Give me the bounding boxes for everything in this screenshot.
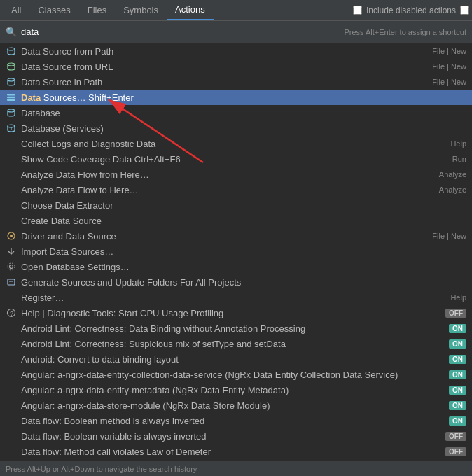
- item-label: Register…: [21, 293, 445, 303]
- result-item[interactable]: Data Sources… Shift+Enter: [0, 90, 472, 105]
- result-item[interactable]: Data Source from URLFile | New: [0, 59, 472, 74]
- result-item[interactable]: Generate Sources and Update Folders For …: [0, 274, 472, 290]
- item-label: Create Data Source: [21, 216, 466, 226]
- item-icon: [6, 230, 17, 241]
- item-icon: [6, 400, 17, 411]
- result-item[interactable]: Analyze Data Flow from Here…Analyze: [0, 167, 472, 182]
- item-icon: [6, 92, 17, 103]
- result-item[interactable]: Angular: a-ngrx-data-store-module (NgRx …: [0, 398, 472, 413]
- item-label: Collect Logs and Diagnostic Data: [21, 139, 445, 149]
- item-meta: Run: [452, 155, 466, 163]
- item-icon: [6, 184, 17, 195]
- main-container: All Classes Files Symbols Actions Includ…: [0, 0, 472, 461]
- svg-text:?: ?: [10, 310, 13, 317]
- item-label: Import Data Sources…: [21, 246, 466, 257]
- result-item[interactable]: Database (Services): [0, 120, 472, 136]
- result-item[interactable]: Data flow: Method call violates Law of D…: [0, 444, 472, 459]
- result-item[interactable]: Data flow: Boolean method is always inve…: [0, 413, 472, 428]
- item-label: Android: Convert to data binding layout: [21, 354, 445, 365]
- search-hint: Press Alt+Enter to assign a shortcut: [344, 28, 466, 36]
- item-label: Analyze Data Flow to Here…: [21, 185, 433, 195]
- result-item[interactable]: Data Source from PathFile | New: [0, 43, 472, 59]
- toggle-badge: ON: [449, 370, 466, 379]
- svg-point-2: [8, 78, 15, 81]
- item-label: Angular: a-ngrx-data-store-module (NgRx …: [21, 400, 445, 411]
- toggle-badge: ON: [449, 355, 466, 364]
- result-item[interactable]: Show Code Coverage Data Ctrl+Alt+F6Run: [0, 151, 472, 167]
- toggle-badge: ON: [449, 401, 466, 410]
- result-item[interactable]: Driver and Data SourceFile | New: [0, 228, 472, 244]
- item-icon: [6, 292, 17, 303]
- include-disabled-label: Include disabled actions: [366, 6, 456, 15]
- item-icon: [6, 169, 17, 180]
- item-icon: [6, 153, 17, 164]
- svg-point-0: [8, 48, 15, 50]
- item-icon: [6, 415, 17, 426]
- toggle-badge: ON: [449, 416, 466, 426]
- item-meta: File | New: [432, 62, 466, 71]
- item-label: Data Source from URL: [21, 62, 426, 72]
- result-item[interactable]: Open Database Settings…: [0, 259, 472, 274]
- tab-actions[interactable]: Actions: [167, 0, 214, 20]
- result-item[interactable]: Android Lint: Correctness: Data Binding …: [0, 321, 472, 336]
- item-icon: [6, 246, 17, 257]
- item-meta: Help: [450, 139, 466, 148]
- result-item[interactable]: Android Lint: Correctness: Suspicious mi…: [0, 336, 472, 351]
- item-label: Help | Diagnostic Tools: Start CPU Usage…: [21, 308, 441, 318]
- item-icon: [6, 338, 17, 349]
- toggle-badge: ON: [449, 340, 466, 349]
- item-meta: File | New: [432, 232, 466, 240]
- svg-point-1: [8, 63, 15, 66]
- tab-all[interactable]: All: [3, 0, 29, 20]
- svg-point-10: [10, 234, 13, 237]
- item-label: Data flow: Boolean method is always inve…: [21, 416, 445, 426]
- toggle-badge: OFF: [445, 309, 466, 318]
- result-item[interactable]: Import Data Sources…: [0, 244, 472, 259]
- include-disabled-checkbox[interactable]: [353, 6, 362, 15]
- result-item[interactable]: Create Data Source: [0, 213, 472, 228]
- status-text: Press Alt+Up or Alt+Down to navigate the…: [6, 465, 197, 473]
- search-input[interactable]: [21, 27, 340, 37]
- item-label: Database (Services): [21, 123, 466, 134]
- item-label: Database: [21, 108, 466, 118]
- item-label: Show Code Coverage Data Ctrl+Alt+F6: [21, 154, 447, 164]
- item-label: Driver and Data Source: [21, 231, 426, 241]
- results-list[interactable]: Data Source from PathFile | NewData Sour…: [0, 43, 472, 461]
- tab-classes[interactable]: Classes: [29, 0, 78, 20]
- result-item[interactable]: Android: Convert to data binding layoutO…: [0, 351, 472, 367]
- result-item[interactable]: Data Source in PathFile | New: [0, 74, 472, 90]
- result-item[interactable]: Choose Data Extractor: [0, 197, 472, 213]
- item-icon: [6, 76, 17, 88]
- item-icon: [6, 61, 17, 72]
- item-icon: [6, 384, 17, 396]
- item-icon: [6, 369, 17, 380]
- svg-point-6: [8, 109, 15, 112]
- svg-rect-5: [7, 99, 15, 102]
- result-item[interactable]: Analyze Data Flow to Here…Analyze: [0, 182, 472, 197]
- toggle-badge: OFF: [445, 432, 466, 441]
- item-label: Android Lint: Correctness: Data Binding …: [21, 323, 445, 334]
- item-label: Angular: a-ngrx-data-entity-collection-d…: [21, 370, 445, 380]
- item-icon: [6, 276, 17, 288]
- result-item[interactable]: Data flow: Boolean variable is always in…: [0, 428, 472, 444]
- tab-symbols[interactable]: Symbols: [115, 0, 167, 20]
- toggle-badge: OFF: [445, 447, 466, 456]
- include-disabled-checkbox2[interactable]: [460, 6, 469, 15]
- item-icon: ?: [6, 307, 17, 318]
- toggle-badge: ON: [449, 386, 466, 395]
- result-item[interactable]: Register…Help: [0, 290, 472, 305]
- item-meta: Analyze: [439, 170, 466, 178]
- result-item[interactable]: ?Help | Diagnostic Tools: Start CPU Usag…: [0, 305, 472, 321]
- result-item[interactable]: Database: [0, 105, 472, 120]
- item-icon: [6, 122, 17, 134]
- search-icon: 🔍: [6, 27, 17, 37]
- result-item[interactable]: Angular: a-ngrx-data-entity-collection-d…: [0, 367, 472, 382]
- tab-files[interactable]: Files: [79, 0, 115, 20]
- result-item[interactable]: Collect Logs and Diagnostic DataHelp: [0, 136, 472, 151]
- svg-point-13: [8, 263, 15, 270]
- result-item[interactable]: Angular: a-ngrx-data-entity-metadata (Ng…: [0, 382, 472, 398]
- search-bar: 🔍 Press Alt+Enter to assign a shortcut: [0, 21, 472, 43]
- item-label: Data Source in Path: [21, 77, 426, 88]
- svg-rect-3: [7, 94, 15, 96]
- item-label: Angular: a-ngrx-data-entity-metadata (Ng…: [21, 385, 445, 396]
